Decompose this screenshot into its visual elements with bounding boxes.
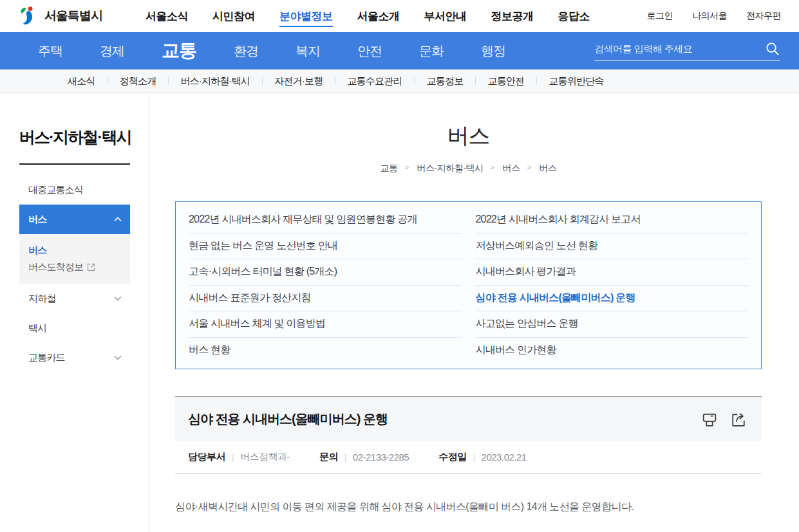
content-area: 버스·지하철·택시 대중교통소식 버스 버스 버스도착정보: [0, 93, 799, 532]
link-row[interactable]: 고속·시외버스 터미널 현황 (5개소): [189, 259, 462, 286]
sidebar-item-transit-news[interactable]: 대중교통소식: [19, 175, 130, 205]
link-row[interactable]: 버스 현황: [189, 338, 462, 364]
article-tools: [700, 410, 747, 428]
meta-separator: |: [232, 452, 234, 462]
sidebar-subitem-bus-label: 버스: [28, 244, 46, 257]
gnb-administration[interactable]: 행정: [462, 42, 524, 60]
print-icon: [700, 410, 719, 428]
sidebar-bus-submenu: 버스 버스도착정보: [19, 234, 130, 284]
subnav-bicycle-walking[interactable]: 자전거·보행: [262, 75, 335, 87]
gnb-housing[interactable]: 주택: [19, 42, 81, 60]
sidebar-menu: 대중교통소식 버스 버스 버스도착정보: [19, 175, 130, 372]
article-title: 심야 전용 시내버스(올빼미버스) 운행: [188, 410, 388, 428]
main-category-nav: 주택 경제 교통 환경 복지 안전 문화 행정: [0, 32, 799, 69]
top-header: 서울특별시 서울소식 시민참여 분야별정보 서울소개 부서안내 정보공개 응답소…: [0, 0, 799, 32]
chevron-down-icon: [114, 355, 122, 360]
breadcrumb-transport[interactable]: 교통: [381, 163, 398, 174]
link-row[interactable]: 서울 시내버스 체계 및 이용방법: [189, 311, 462, 338]
search-input[interactable]: [594, 43, 765, 54]
link-row[interactable]: 시내버스회사 평가결과: [476, 259, 749, 286]
transport-subnav: 새소식 정책소개 버스·지하철·택시 자전거·보행 교통수요관리 교통정보 교통…: [0, 69, 799, 93]
sidebar-item-taxi-label: 택시: [28, 322, 46, 335]
sidebar: 버스·지하철·택시 대중교통소식 버스 버스 버스도착정보: [0, 93, 149, 532]
breadcrumb-bus-page[interactable]: 버스: [539, 163, 556, 174]
sidebar-item-bus-label: 버스: [28, 214, 46, 226]
article-body-text: 심야·새벽시간대 시민의 이동 편의 제공을 위해 심야 전용 시내버스(올빼미…: [175, 499, 762, 515]
top-nav-departments[interactable]: 부서안내: [412, 9, 479, 24]
sidebar-title: 버스·지하철·택시: [19, 127, 149, 148]
gnb-economy[interactable]: 경제: [81, 42, 143, 60]
top-nav-info-by-field-label: 분야별정보: [279, 10, 333, 27]
sidebar-subitem-bus-arrival-label: 버스도착정보: [28, 261, 83, 273]
top-nav-citizen-participation[interactable]: 시민참여: [200, 9, 267, 24]
article-header: 심야 전용 시내버스(올빼미버스) 운행: [175, 396, 762, 441]
gnb-safety[interactable]: 안전: [339, 42, 400, 60]
meta-updated-label: 수정일: [438, 451, 467, 463]
link-row[interactable]: 시내버스 인가현황: [476, 338, 749, 364]
related-links-right-column: 2022년 시내버스회사 회계감사 보고서 저상버스예외승인 노선 현황 시내버…: [476, 207, 749, 363]
gnb-environment[interactable]: 환경: [215, 42, 277, 60]
meta-contact-value: 02-2133-2285: [353, 452, 409, 463]
share-button[interactable]: [729, 410, 747, 428]
top-utilities: 로그인 나의서울 전자우편: [647, 10, 782, 22]
print-button[interactable]: [700, 410, 719, 428]
subnav-bus-subway-taxi[interactable]: 버스·지하철·택시: [168, 75, 262, 87]
subnav-news[interactable]: 새소식: [55, 75, 108, 87]
meta-updated-value: 2023.02.21: [482, 452, 527, 463]
email-link[interactable]: 전자우편: [746, 10, 781, 22]
link-row[interactable]: 저상버스예외승인 노선 현황: [476, 234, 749, 260]
chevron-up-icon: [114, 217, 122, 222]
gnb-transportation[interactable]: 교통: [143, 39, 215, 63]
link-row[interactable]: 2022년 시내버스회사 회계감사 보고서: [476, 207, 749, 234]
top-nav: 서울소식 시민참여 분야별정보 서울소개 부서안내 정보공개 응답소: [133, 9, 602, 24]
subnav-demand-management[interactable]: 교통수요관리: [335, 75, 414, 87]
link-row[interactable]: 2022년 시내버스회사 재무상태 및 임원연봉현황 공개: [189, 207, 462, 234]
top-nav-about-seoul[interactable]: 서울소개: [345, 9, 412, 24]
breadcrumb-bus-subway-taxi[interactable]: 버스·지하철·택시: [417, 163, 484, 174]
meta-dept-label: 담당부서: [188, 451, 225, 463]
seoul-logo[interactable]: 서울특별시: [18, 5, 102, 27]
sidebar-item-transport-card[interactable]: 교통카드: [19, 343, 130, 372]
external-link-icon: [87, 263, 95, 271]
meta-dept-value: 버스정책과-: [240, 451, 290, 463]
main-content: 버스 교통 버스·지하철·택시 버스 버스 2022년 시내버스회사 재무상태 …: [149, 93, 799, 532]
link-row-active-night-bus[interactable]: 심야 전용 시내버스(올빼미버스) 운행: [476, 286, 749, 312]
subnav-traffic-info[interactable]: 교통정보: [415, 75, 476, 87]
link-row[interactable]: 사고없는 안심버스 운행: [476, 311, 749, 338]
sidebar-subitem-bus[interactable]: 버스: [28, 242, 130, 259]
subnav-policy[interactable]: 정책소개: [108, 75, 169, 87]
gnb-culture[interactable]: 문화: [400, 42, 462, 60]
top-nav-response-center[interactable]: 응답소: [546, 9, 603, 24]
top-nav-info-disclosure[interactable]: 정보공개: [479, 9, 546, 24]
breadcrumb-bus[interactable]: 버스: [502, 163, 520, 174]
article-meta: 담당부서 | 버스정책과- 문의 | 02-2133-2285 수정일 | 20…: [175, 441, 762, 473]
top-nav-seoul-news[interactable]: 서울소식: [133, 9, 200, 24]
my-seoul-link[interactable]: 나의서울: [692, 10, 727, 22]
page-title: 버스: [175, 122, 762, 151]
sidebar-item-transit-news-label: 대중교통소식: [28, 184, 83, 196]
sidebar-item-bus[interactable]: 버스: [19, 205, 130, 234]
meta-separator: |: [344, 452, 346, 462]
sidebar-item-subway[interactable]: 지하철: [19, 284, 130, 313]
related-links-left-column: 2022년 시내버스회사 재무상태 및 임원연봉현황 공개 현금 없는 버스 운…: [189, 207, 462, 363]
sidebar-item-transport-card-label: 교통카드: [28, 352, 65, 364]
breadcrumb: 교통 버스·지하철·택시 버스 버스: [175, 163, 762, 174]
subnav-traffic-safety[interactable]: 교통안전: [475, 75, 536, 87]
brand-name: 서울특별시: [44, 8, 102, 24]
meta-contact-label: 문의: [319, 451, 338, 463]
link-row[interactable]: 시내버스 표준원가 정산지침: [189, 286, 462, 312]
sidebar-subitem-bus-arrival-info[interactable]: 버스도착정보: [28, 259, 130, 275]
gnb-welfare[interactable]: 복지: [277, 42, 339, 60]
subnav-violation-enforcement[interactable]: 교통위반단속: [536, 75, 616, 87]
top-nav-info-by-field[interactable]: 분야별정보: [267, 9, 345, 24]
link-row[interactable]: 현금 없는 버스 운영 노선번호 안내: [189, 234, 462, 260]
chevron-down-icon: [114, 296, 122, 301]
search-icon[interactable]: [765, 41, 780, 56]
related-links-box: 2022년 시내버스회사 재무상태 및 임원연봉현황 공개 현금 없는 버스 운…: [175, 201, 762, 369]
sidebar-item-taxi[interactable]: 택시: [19, 313, 130, 343]
sidebar-item-subway-label: 지하철: [28, 293, 56, 305]
login-link[interactable]: 로그인: [647, 10, 673, 22]
search-bar: [594, 41, 780, 61]
seoul-logo-icon: [18, 5, 40, 27]
share-icon: [729, 410, 747, 428]
